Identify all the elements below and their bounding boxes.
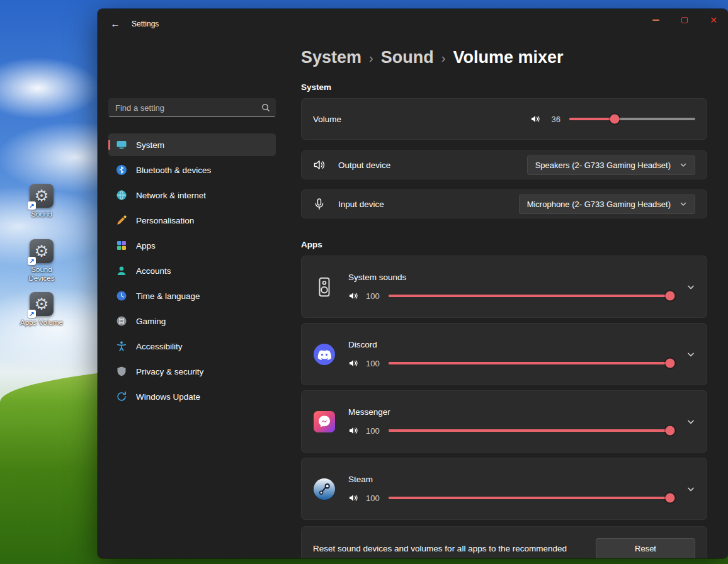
messenger-icon — [313, 410, 336, 433]
app-volume-value: 100 — [366, 291, 381, 301]
sidebar-item-privacy[interactable]: Privacy & security — [108, 360, 276, 383]
privacy-icon — [116, 366, 127, 377]
sidebar-item-time[interactable]: Time & language — [108, 285, 276, 307]
app-volume-list: System sounds 100 Discord — [301, 256, 707, 520]
apps-volume-shortcut-icon: ⚙ ↗ — [30, 292, 54, 316]
reset-card: Reset sound devices and volumes for all … — [301, 526, 707, 558]
slider-fill — [389, 497, 670, 499]
chevron-right-icon: › — [441, 51, 446, 65]
page-title: Volume mixer — [453, 48, 563, 67]
shortcut-arrow-icon: ↗ — [28, 257, 36, 265]
app-volume-value: 100 — [366, 426, 381, 436]
shortcut-arrow-icon: ↗ — [28, 201, 36, 210]
chevron-down-icon[interactable] — [686, 283, 695, 291]
breadcrumb-system[interactable]: System — [301, 48, 361, 67]
desktop-icon-label: Sound Devices — [25, 265, 58, 283]
sidebar-item-update[interactable]: Windows Update — [108, 385, 276, 408]
chevron-down-icon — [680, 200, 687, 208]
slider-fill — [389, 295, 670, 297]
back-button[interactable]: ← — [104, 13, 127, 34]
gear-icon: ⚙ — [34, 296, 48, 312]
speaker-icon — [348, 358, 358, 368]
desktop-icon-sound[interactable]: ⚙ ↗ Sound — [15, 184, 68, 218]
app-volume-card-messenger: Messenger 100 — [301, 390, 707, 453]
breadcrumb: System › Sound › Volume mixer — [301, 48, 707, 67]
system-volume-card: Volume 36 — [301, 98, 707, 140]
sidebar-item-apps[interactable]: Apps — [108, 234, 276, 257]
update-icon — [116, 391, 127, 402]
system-volume-slider[interactable] — [569, 118, 695, 120]
minimize-button[interactable] — [641, 9, 670, 31]
app-volume-slider[interactable] — [389, 429, 670, 432]
desktop-icon-apps-volume[interactable]: ⚙ ↗ Apps Volume — [15, 292, 68, 327]
reset-button[interactable]: Reset — [596, 538, 695, 559]
output-device-label: Output device — [338, 161, 390, 170]
input-device-card: Input device Microphone (2- G733 Gaming … — [301, 189, 707, 218]
slider-fill — [389, 429, 670, 432]
accounts-icon — [116, 265, 127, 276]
sidebar-item-accessibility[interactable]: Accessibility — [108, 335, 276, 358]
app-volume-value: 100 — [366, 494, 381, 503]
chevron-down-icon[interactable] — [686, 417, 695, 426]
sidebar-item-system[interactable]: System — [108, 133, 276, 156]
output-device-value: Speakers (2- G733 Gaming Headset) — [535, 161, 671, 170]
search-input[interactable] — [108, 98, 276, 117]
system-icon — [116, 139, 127, 150]
chevron-down-icon — [680, 161, 687, 169]
selection-accent-bar — [108, 140, 110, 150]
app-volume-value: 100 — [366, 359, 381, 368]
gear-icon: ⚙ — [34, 243, 48, 259]
app-name: Discord — [348, 340, 673, 349]
chevron-down-icon[interactable] — [686, 350, 695, 359]
chevron-right-icon: › — [369, 51, 373, 65]
desktop-icon-sound-devices[interactable]: ⚙ ↗ Sound Devices — [15, 239, 68, 283]
apps-section-label: Apps — [301, 240, 707, 249]
main-content: System › Sound › Volume mixer System Vol… — [287, 39, 728, 558]
slider-thumb[interactable] — [666, 291, 675, 301]
app-name: Messenger — [348, 407, 673, 417]
minimize-icon — [652, 20, 659, 21]
slider-fill — [389, 362, 670, 364]
search-icon — [261, 103, 271, 113]
gaming-icon — [116, 315, 127, 327]
sidebar-item-gaming[interactable]: Gaming — [108, 310, 276, 332]
maximize-button[interactable] — [670, 9, 699, 31]
speaker-icon — [348, 426, 358, 436]
slider-thumb[interactable] — [610, 115, 620, 124]
desktop-icon-label: Sound — [31, 210, 52, 218]
gear-icon: ⚙ — [34, 188, 48, 204]
sidebar-item-network[interactable]: Network & internet — [108, 184, 276, 206]
slider-thumb[interactable] — [666, 359, 675, 368]
maximize-icon — [681, 17, 688, 23]
speaker-icon — [348, 493, 358, 503]
output-device-dropdown[interactable]: Speakers (2- G733 Gaming Headset) — [527, 155, 695, 175]
sidebar-item-bluetooth[interactable]: Bluetooth & devices — [108, 159, 276, 181]
slider-thumb[interactable] — [666, 426, 675, 436]
discord-icon — [313, 343, 336, 366]
input-device-label: Input device — [338, 200, 384, 209]
back-icon: ← — [111, 18, 120, 29]
bluetooth-icon — [116, 164, 127, 176]
sidebar-item-accounts[interactable]: Accounts — [108, 259, 276, 282]
input-device-dropdown[interactable]: Microphone (2- G733 Gaming Headset) — [519, 195, 695, 214]
app-volume-card-steam: Steam 100 — [301, 458, 707, 520]
volume-value: 36 — [549, 115, 560, 124]
sidebar-item-personalisation[interactable]: Personalisation — [108, 209, 276, 232]
network-icon — [116, 189, 127, 201]
output-device-card: Output device Speakers (2- G733 Gaming H… — [301, 150, 707, 179]
microphone-icon — [313, 198, 326, 210]
speaker-icon — [313, 159, 326, 171]
reset-description: Reset sound devices and volumes for all … — [313, 544, 567, 553]
slider-thumb[interactable] — [666, 494, 675, 503]
speaker-icon — [348, 291, 358, 301]
sound-shortcut-icon: ⚙ ↗ — [30, 184, 54, 208]
app-volume-slider[interactable] — [389, 497, 670, 499]
app-volume-slider[interactable] — [389, 295, 670, 297]
chevron-down-icon[interactable] — [686, 485, 695, 494]
app-volume-slider[interactable] — [389, 362, 670, 364]
app-name: Steam — [348, 475, 673, 484]
system-section-label: System — [301, 82, 707, 92]
close-button[interactable]: ✕ — [699, 9, 728, 31]
app-name: System sounds — [348, 273, 673, 282]
breadcrumb-sound[interactable]: Sound — [381, 48, 434, 67]
